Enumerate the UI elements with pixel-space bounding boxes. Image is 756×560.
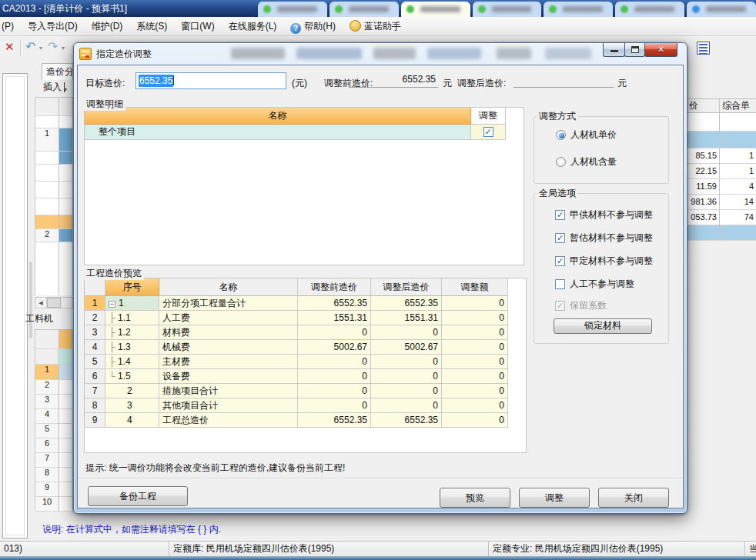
composite-cell[interactable]: 4 [720,179,756,195]
menu-item-help[interactable]: ?帮助(H) [283,17,343,35]
column-header-composite-price[interactable]: 综合单 [720,99,756,113]
composite-cell[interactable]: 1 [720,164,756,179]
menu-item-import-export[interactable]: 导入导出(D) [21,17,85,35]
scroll-left-arrow-icon[interactable]: ◀ [35,298,47,308]
radio-unit-price[interactable]: 人材机单价 [556,128,617,142]
blurred-text [563,6,603,12]
row-number[interactable]: 3 [35,395,59,409]
scrollbar-thumb[interactable] [47,298,61,308]
preview-row[interactable]: 3 ├1.2 材料费 0 0 0 [85,325,526,340]
blurred-tab[interactable] [329,2,399,17]
blurred-tab[interactable] [687,2,756,17]
preview-col-delta[interactable]: 调整额 [442,278,508,296]
name-cell: 分部分项工程量合计 [159,296,298,311]
status-far-right: 当 [745,542,756,556]
row-number[interactable]: 4 [35,409,59,424]
composite-cell[interactable]: 14 [720,195,756,210]
row-number[interactable]: 1 [35,365,59,380]
minimize-button[interactable] [603,43,625,57]
preview-col-seq[interactable]: 序号 [105,278,159,296]
selected-cell-sliver [59,152,73,165]
menu-item-system[interactable]: 系统(S) [129,17,174,35]
preview-row[interactable]: 4 ├1.3 机械费 5002.67 5002.67 0 [85,340,526,355]
preview-col-after[interactable]: 调整后造价 [371,278,442,296]
preview-row[interactable]: 5 ├1.4 主材费 0 0 0 [85,355,526,369]
row-number[interactable]: 1 [35,128,59,152]
delta-cell: 0 [442,296,508,311]
insert-button[interactable]: 插入▾ [41,80,75,95]
grid-cell [59,409,73,424]
detail-row-whole-project[interactable]: 整个项目 ✓ [85,125,524,140]
seq-cell: ├1.4 [105,355,159,369]
row-number: 5 [85,355,105,369]
checkbox-labor-excluded[interactable]: 人工不参与调整 [555,278,634,291]
preview-row[interactable]: 2 ├1.1 人工费 1551.31 1551.31 0 [85,311,526,325]
tree-collapse-icon[interactable]: − [109,301,115,308]
menu-item-window[interactable]: 窗口(W) [174,17,221,35]
undo-dropdown-caret-icon[interactable]: ▾ [39,45,42,52]
seq-value: 1 [119,298,124,308]
list-view-icon[interactable] [697,42,710,55]
checkbox-estimated-material[interactable]: ✓ 暂估材料不参与调整 [555,232,653,245]
row-number[interactable]: 8 [35,468,59,482]
row-number[interactable]: 7 [35,453,59,468]
price-cell[interactable]: 85.15 [687,148,720,164]
row-number[interactable]: 9 [35,482,59,497]
row-number[interactable]: 2 [35,229,59,242]
lock-material-button[interactable]: 锁定材料 [554,318,652,334]
composite-cell[interactable]: 1 [720,148,756,164]
blurred-tab[interactable] [615,2,684,17]
blurred-tab[interactable] [544,2,613,17]
assistant-icon [350,20,361,32]
dialog-title: 指定造价调整 [96,48,152,61]
checkbox-owner-specified-material[interactable]: ✓ 甲定材料不参与调整 [555,255,653,268]
redo-icon[interactable]: ↷ [48,39,58,54]
grid-cell [59,198,73,215]
column-header-price[interactable]: 价 [687,99,720,113]
price-cell[interactable]: 981.36 [687,195,720,210]
composite-cell[interactable]: 74 [720,210,756,225]
preview-row[interactable]: 1 −1 分部分项工程量合计 6552.35 6552.35 0 [85,296,526,311]
panel-splitter-handle[interactable] [29,262,32,338]
after-cell: 6552.35 [371,413,442,428]
detail-col-name[interactable]: 名称 [85,108,471,125]
price-cell[interactable]: 11.59 [687,179,720,195]
undo-icon[interactable]: ↶ [25,39,35,54]
preview-row[interactable]: 8 3 其他项目合计 0 0 0 [85,398,526,413]
checkbox-owner-supplied-material[interactable]: ✓ 甲供材料不参与调整 [555,208,653,222]
adjust-button[interactable]: 调整 [519,488,590,508]
radio-content-amount[interactable]: 人材机含量 [556,155,617,168]
preview-row[interactable]: 7 2 措施项目合计 0 0 0 [85,384,526,398]
menu-item-file[interactable]: (P) [0,17,21,35]
horizontal-scrollbar[interactable]: ◀ [35,297,73,308]
maximize-button[interactable] [624,43,645,57]
menu-item-assistant[interactable]: 蓝诺助手 [343,17,408,35]
tab-cost-analysis[interactable]: 造价分 [42,63,73,80]
close-dialog-button[interactable]: 关闭 [598,488,669,508]
preview-col-name[interactable]: 名称 [159,278,298,296]
close-button[interactable]: ✕ [644,43,677,57]
detail-row-checkbox[interactable]: ✓ [483,127,493,137]
blurred-tab[interactable] [258,2,327,17]
preview-button[interactable]: 预览 [440,488,510,508]
delete-row-icon[interactable]: ✕ [5,40,15,54]
preview-col-before[interactable]: 调整前造价 [298,278,371,296]
price-cell[interactable]: 22.15 [687,164,720,179]
row-number[interactable]: 5 [35,424,59,438]
menu-item-maintain[interactable]: 维护(D) [85,17,130,35]
blurred-tab[interactable] [473,2,542,17]
preview-row[interactable]: 9 4 工程总造价 6552.35 6552.35 0 [85,413,526,428]
backup-project-button[interactable]: 备份工程 [88,486,188,506]
delta-cell: 0 [442,340,508,355]
dialog-titlebar[interactable]: 指定造价调整 ✕ [77,43,684,65]
preview-row[interactable]: 6 └1.5 设备费 0 0 0 [85,369,526,384]
detail-col-adjust[interactable]: 调整 [471,108,506,125]
menu-item-online-service[interactable]: 在线服务(L) [222,17,284,35]
target-price-input[interactable]: 6552.35 [135,72,286,89]
row-number[interactable]: 10 [35,497,59,512]
blurred-tab-active[interactable] [401,2,470,17]
row-number[interactable]: 6 [35,438,59,453]
row-number[interactable]: 2 [35,380,59,395]
price-cell[interactable]: 053.73 [687,210,720,225]
redo-dropdown-caret-icon[interactable]: ▾ [62,45,65,52]
